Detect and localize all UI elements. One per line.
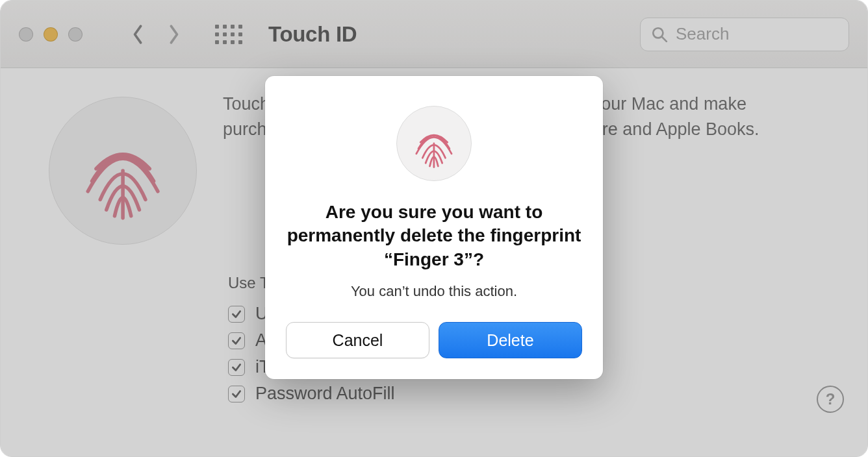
window-title: Touch ID (268, 22, 357, 47)
checkbox-icon (228, 306, 245, 323)
back-button[interactable] (127, 15, 150, 54)
dialog-subtext: You can’t undo this action. (286, 283, 582, 300)
option-label: Password AutoFill (255, 384, 395, 404)
checkbox-icon (228, 386, 245, 402)
window-controls (19, 27, 83, 42)
cancel-button[interactable]: Cancel (286, 322, 429, 358)
dialog-heading: Are you sure you want to permanently del… (286, 201, 582, 271)
delete-button[interactable]: Delete (439, 322, 582, 358)
search-field[interactable] (640, 18, 849, 51)
checkbox-icon (228, 332, 245, 349)
forward-button[interactable] (162, 15, 185, 54)
option-autofill[interactable]: Password AutoFill (228, 384, 826, 404)
close-window-button[interactable] (19, 27, 33, 42)
chevron-left-icon (131, 23, 146, 45)
delete-fingerprint-dialog: Are you sure you want to permanently del… (265, 76, 603, 379)
zoom-window-button[interactable] (68, 27, 83, 42)
toolbar: Touch ID (1, 1, 867, 68)
search-input[interactable] (676, 24, 838, 44)
svg-line-1 (662, 36, 667, 41)
checkbox-icon (228, 359, 245, 376)
search-icon (651, 26, 668, 43)
help-button[interactable]: ? (817, 386, 844, 413)
dialog-fingerprint-icon (396, 106, 472, 181)
preferences-window: Touch ID Touch ID lets you use your fing… (0, 0, 868, 457)
show-all-button[interactable] (215, 25, 242, 44)
touchid-hero (49, 97, 197, 404)
chevron-right-icon (166, 23, 181, 45)
help-icon: ? (826, 390, 836, 408)
fingerprint-icon (49, 97, 197, 245)
minimize-window-button[interactable] (44, 27, 58, 42)
